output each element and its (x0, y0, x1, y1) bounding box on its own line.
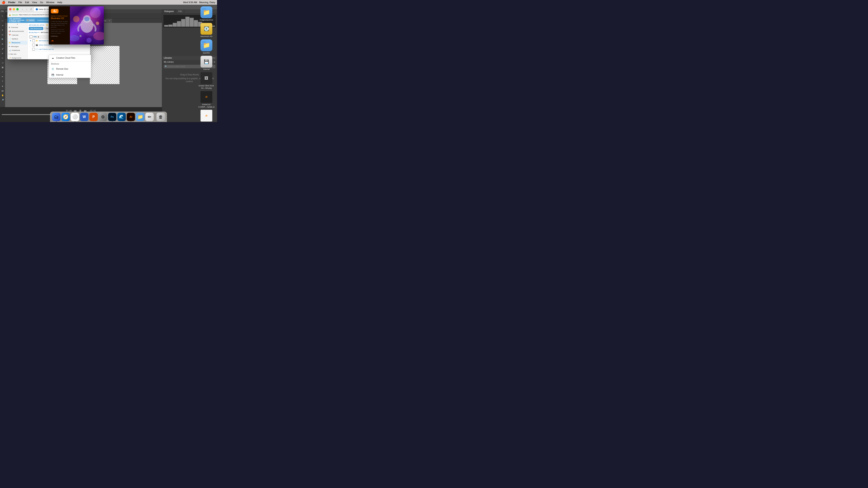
finder-active-dot (56, 121, 57, 122)
browser-back-button[interactable]: ‹ (21, 8, 24, 11)
select-all-checkbox[interactable] (30, 35, 32, 38)
finder-icon: 🗂 (54, 114, 59, 120)
gradebook-icon: 📊 (9, 50, 11, 51)
browser-close-button[interactable] (9, 8, 11, 10)
desktop-icon-laserfilm[interactable]: 📁 laserfilm (198, 39, 215, 54)
ps-hand-tool[interactable]: ✋ (0, 93, 5, 97)
sidebar-item-calendar[interactable]: 📅 Calendar (7, 33, 27, 37)
browser-minimize-button[interactable] (13, 8, 15, 10)
sidebar-item-gradebook[interactable]: 📊 Gradebook (7, 48, 27, 52)
pinhole-label: PINHOLE CAMER...mplate.ai (198, 104, 215, 108)
desktop-icon-internal[interactable]: 💾 Internal (198, 56, 215, 70)
ps-crop-tool[interactable]: ⊡ (0, 33, 5, 37)
ps-zoom-tool[interactable]: 🔎 (0, 98, 5, 102)
internal-item[interactable]: 💾 Internal (49, 72, 91, 78)
doc-icon: 📄 (36, 48, 38, 50)
ps-lasso-tool[interactable]: ⌀ (0, 23, 5, 28)
dock-illustrator[interactable]: Ai (127, 113, 135, 121)
ps-history-brush[interactable]: ↩ (0, 56, 5, 60)
menubar-left: 🍎 Finder File Edit View Go Window Help (2, 1, 62, 4)
sidebar-item-resources[interactable]: 📁 Resources (7, 41, 27, 45)
menubar-help[interactable]: Help (57, 1, 62, 4)
ai-logo-box: Ai (51, 9, 59, 13)
sidebar-item-site-info[interactable]: ℹ Site Info (7, 52, 27, 56)
ps-pen-tool[interactable]: ✒ (0, 74, 5, 79)
sidebar-item-overview[interactable]: ⊞ Overview (7, 26, 27, 29)
dock-word[interactable]: W (80, 113, 89, 121)
menubar-go[interactable]: Go (40, 1, 43, 4)
screenshot-label: Screen Shot 2018-04...AM.png (198, 85, 215, 89)
creative-cloud-files-item[interactable]: ☁ Creative Cloud Files (49, 55, 91, 61)
desktop-icon-camera-1ai[interactable]: Ai camera 1.ai (198, 110, 215, 122)
dock-powerpoint[interactable]: P (89, 113, 98, 121)
file-checkbox-16mm[interactable] (32, 44, 35, 46)
ps-eraser-tool[interactable]: ◻ (0, 61, 5, 65)
dock-system-prefs[interactable]: ⚙ (99, 113, 107, 121)
ps-heal-tool[interactable]: ⊕ (0, 42, 5, 46)
ps-path-select[interactable]: ▲ (0, 84, 5, 88)
ps-clone-tool[interactable]: ⊘ (0, 51, 5, 56)
breadcrumb-resources: 📁 (46, 24, 48, 26)
ps-tab-3-close[interactable]: ✕ (109, 20, 110, 22)
dock-draft[interactable]: ✏ (145, 113, 154, 121)
sidebar-item-messages[interactable]: ✉ Messages (7, 45, 27, 48)
apple-menu-icon[interactable]: 🍎 (2, 1, 5, 4)
remote-disc-item[interactable]: 💿 Remote Disc (49, 66, 91, 72)
menubar-file[interactable]: File (19, 1, 22, 4)
breadcrumb-course[interactable]: ARTS490.001.SP18 (29, 24, 44, 26)
menubar-edit[interactable]: Edit (25, 1, 29, 4)
title-column-header[interactable]: Title (33, 36, 37, 38)
ai-artwork-svg (70, 6, 104, 44)
trash-icon: 🗑 (159, 115, 163, 120)
all-site-files-dropdown[interactable]: All site files ▾ (29, 32, 38, 33)
calendar-icon: 📅 (9, 34, 11, 36)
draft-icon: ✏ (148, 115, 151, 120)
sidebar-item-announcements[interactable]: 📢 Announcements (7, 29, 27, 33)
ps-brush-tool[interactable]: 🖌 (0, 46, 5, 51)
dock-trash[interactable]: 🗑 (157, 113, 165, 121)
desktop-icon-screenshot[interactable]: 🖼 Screen Shot 2018-04...AM.png (198, 72, 215, 89)
menubar-view[interactable]: View (32, 1, 37, 4)
dock-photoshop[interactable]: Ps (108, 113, 117, 121)
ps-info-tab[interactable]: Info (176, 9, 184, 13)
ps-marquee-tool[interactable]: ▭ (0, 19, 5, 23)
svg-point-5 (84, 17, 89, 21)
dock-safari[interactable]: 🧭 (61, 113, 70, 121)
ps-libraries-tab[interactable]: Libraries (164, 57, 172, 59)
browser-maximize-button[interactable] (16, 8, 19, 10)
dock-finder[interactable]: 🗂 (52, 113, 61, 121)
menubar: 🍎 Finder File Edit View Go Window Help W… (0, 0, 217, 5)
dock-mercury[interactable]: 🌊 (117, 113, 126, 121)
desktop-icon-imagesequence[interactable]: 📁 imagesequence (198, 6, 215, 21)
file-item-lab-policies[interactable]: 📄 Lab Policies and Ho (29, 47, 89, 52)
ps-shape-tool[interactable]: ▬ (0, 89, 5, 93)
ps-dodge-tool[interactable]: ○ (0, 70, 5, 74)
browser-refresh-button[interactable]: ↺ (29, 8, 33, 11)
file-dropdown-overlay: ☁ Creative Cloud Files Devices 💿 Remote … (49, 55, 91, 78)
sidebar-collapse-button[interactable]: « (7, 23, 27, 26)
browser-forward-button[interactable]: › (25, 8, 28, 11)
dock-chrome[interactable]: ⚪ (71, 113, 79, 121)
menubar-app-name[interactable]: Finder (8, 1, 16, 4)
site-resources-button[interactable]: Site Resources (29, 27, 43, 30)
ps-eyedropper-tool[interactable]: 🔍 (0, 37, 5, 41)
resources-label: Resources (12, 42, 20, 44)
sidebar-item-assignments[interactable]: 📝 Assignments (7, 56, 27, 59)
ps-histogram-tab[interactable]: Histogram (162, 9, 176, 13)
imagesequence-folder-icon: 📁 (200, 6, 212, 18)
histogram-bar (173, 23, 177, 27)
file-checkbox-lab[interactable] (32, 48, 35, 51)
ps-gradient-tool[interactable]: ▦ (0, 65, 5, 69)
desktop-icon-macintosh-hd[interactable]: 💽 Macintosh HD (198, 23, 215, 38)
dock-finder2[interactable]: 📁 (136, 113, 145, 121)
ps-move-tool[interactable]: ↖ (0, 14, 5, 18)
sidebar-item-syllabus[interactable]: 📄 Syllabus (7, 37, 27, 41)
sakai-nav-home[interactable]: 🏠 Home (26, 19, 35, 22)
ps-menu-file[interactable]: File (1, 10, 4, 12)
desktop-icon-pinhole-camera[interactable]: Ai PINHOLE CAMER...mplate.ai (198, 91, 215, 108)
ps-magic-wand-tool[interactable]: ✦ (0, 28, 5, 32)
menubar-window[interactable]: Window (46, 1, 55, 4)
ps-type-tool[interactable]: T (0, 79, 5, 84)
file-checkbox-main[interactable] (32, 39, 35, 42)
histogram-bar (177, 21, 181, 27)
